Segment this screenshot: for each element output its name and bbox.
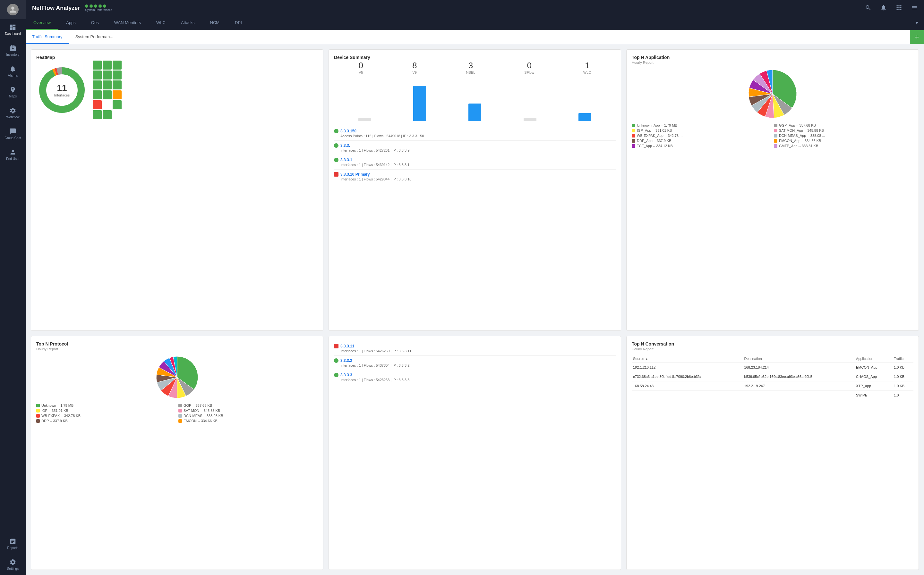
device-name[interactable]: 3.3.3.	[340, 143, 350, 148]
device-entry-header: 3.3.3.3	[334, 373, 616, 377]
legend-dot	[178, 414, 182, 418]
sidebar-item-groupchat[interactable]: Group Chat	[0, 123, 25, 144]
sidebar-item-settings[interactable]: Settings	[0, 554, 25, 575]
search-icon[interactable]	[865, 5, 871, 12]
sidebar-item-inventory[interactable]: Inventory	[0, 40, 25, 61]
device-name[interactable]: 3.3.3.150	[340, 129, 357, 133]
conv-dest: 168.23.184.214	[743, 363, 855, 372]
device-list-card: 3.3.3.11 Interfaces : 1 | Flows : 542626…	[328, 336, 621, 570]
nav-tab-dpi[interactable]: DPI	[227, 16, 250, 30]
device-status-dot	[334, 172, 338, 176]
sidebar-item-groupchat-label: Group Chat	[5, 136, 21, 140]
conv-source: 192.1.210.112	[632, 363, 743, 372]
nav-tab-attacks[interactable]: Attacks	[173, 16, 202, 30]
device-stat-label: SFlow	[524, 70, 534, 75]
topn-conv-subtitle: Hourly Report	[632, 347, 913, 351]
conv-dest: 192.2.19.247	[743, 381, 855, 391]
status-dot-2	[89, 5, 93, 8]
hm-cell	[113, 81, 122, 89]
device-name[interactable]: 3.3.3.11	[340, 344, 354, 348]
avatar[interactable]	[7, 4, 19, 15]
nav-tab-wan[interactable]: WAN Monitors	[107, 16, 148, 30]
legend-dot	[774, 134, 777, 138]
legend-item: TCF_App -- 334.12 KB	[632, 144, 771, 148]
legend-dot	[774, 124, 777, 127]
dev-bar-wrap	[561, 79, 609, 121]
topn-conv-title: Top N Conversation	[632, 342, 913, 346]
legend-label: WB-EXPAK_App -- 342.78 ...	[637, 133, 682, 138]
sub-tab-traffic[interactable]: Traffic Summary	[25, 30, 69, 44]
device-stat-label: V5	[359, 70, 363, 75]
sidebar-item-maps-label: Maps	[9, 95, 17, 98]
nav-tab-apps[interactable]: Apps	[58, 16, 83, 30]
legend-label: DCN-MEAS -- 338.08 KB	[183, 414, 223, 418]
nav-tab-overview[interactable]: Overview	[25, 16, 58, 30]
legend-dot	[36, 419, 40, 423]
legend-item: GGP_App -- 357.68 KB	[774, 123, 913, 127]
topn-app-title: Top N Application	[632, 55, 913, 60]
legend-dot	[632, 129, 635, 132]
content-area: HeatMap 11 Interfaces	[25, 44, 924, 575]
sidebar-item-enduser[interactable]: End User	[0, 144, 25, 165]
conv-app: SWIPE_	[855, 391, 892, 400]
hm-cell	[93, 60, 102, 70]
legend-dot	[774, 129, 777, 132]
legend-item: WB-EXPAK_App -- 342.78 ...	[632, 133, 771, 138]
device-entry-header: 3.3.3.10 Primary	[334, 172, 616, 176]
conv-traffic: 1.0 KB	[892, 381, 913, 391]
topn-app-pie	[632, 68, 913, 119]
legend-dot	[178, 419, 182, 423]
nav-tab-wlc[interactable]: WLC	[148, 16, 173, 30]
device-name[interactable]: 3.3.3.2	[340, 358, 352, 363]
conv-source: 168.58.24.48	[632, 381, 743, 391]
device-name[interactable]: 3.3.3.1	[340, 158, 352, 162]
nav-tab-qos[interactable]: Qos	[83, 16, 107, 30]
device-meta: Interfaces : 1 | Flows : 5426260 | IP : …	[334, 349, 616, 353]
device-stat-num: 1	[583, 60, 591, 70]
main-content: NetFlow Analyzer System Performance Ov	[25, 0, 924, 575]
legend-dot	[774, 144, 777, 148]
status-label: System Performance	[85, 8, 112, 11]
bell-icon[interactable]	[880, 5, 887, 12]
menu-icon[interactable]	[911, 5, 918, 12]
legend-item: WB-EXPAK -- 342.78 KB	[36, 414, 176, 418]
device-meta: Access Points : 115 | Flows : 5449018 | …	[334, 134, 616, 138]
conv-col-source[interactable]: Source ▲	[632, 355, 743, 363]
sidebar-item-workflow-label: Workflow	[6, 115, 19, 119]
device-stat-num: 8	[412, 60, 417, 70]
app-title: NetFlow Analyzer	[32, 5, 80, 11]
dev-bar	[413, 86, 426, 121]
heatmap-grid	[93, 60, 122, 119]
heatmap-body: 11 Interfaces	[36, 60, 318, 119]
device-name[interactable]: 3.3.3.10 Primary	[340, 172, 370, 176]
topn-proto-subtitle: Hourly Report	[36, 347, 318, 351]
legend-item: DDP -- 337.9 KB	[36, 419, 176, 423]
topn-proto-pie	[36, 355, 318, 400]
sub-tab-sysperf[interactable]: System Performan...	[69, 30, 119, 44]
sidebar-item-reports[interactable]: Reports	[0, 533, 25, 554]
device-entry-header: 3.3.3.1	[334, 158, 616, 162]
hm-cell	[113, 100, 122, 109]
topn-app-pie-svg	[747, 68, 798, 119]
sidebar-item-alarms[interactable]: Alarms	[0, 61, 25, 82]
device-stat-label: NSEL	[466, 70, 475, 75]
legend-item: GGP -- 357.68 KB	[178, 403, 318, 407]
legend-label: GGP -- 357.68 KB	[183, 403, 212, 407]
nav-tab-ncm[interactable]: NCM	[202, 16, 228, 30]
topbar: NetFlow Analyzer System Performance	[25, 0, 924, 16]
sidebar-item-workflow[interactable]: Workflow	[0, 103, 25, 123]
sidebar-item-dashboard[interactable]: Dashboard	[0, 19, 25, 40]
subtab-add-button[interactable]: +	[910, 30, 924, 44]
legend-label: DCN-MEAS_App -- 338.08 ...	[779, 133, 825, 138]
hm-cell	[113, 110, 122, 119]
hm-cell	[93, 70, 102, 79]
legend-item: Unknown_App -- 1.79 MB	[632, 123, 771, 127]
sidebar-item-maps[interactable]: Maps	[0, 82, 25, 103]
conv-dest: b539:65cf:b62e:169c:83ee:a93e:c36a:90b5	[743, 372, 855, 381]
legend-dot	[36, 409, 40, 413]
legend-item: SAT-MON_App -- 345.88 KB	[774, 129, 913, 132]
hm-cell	[113, 60, 122, 70]
device-name[interactable]: 3.3.3.3	[340, 373, 352, 377]
grid-icon[interactable]	[896, 5, 902, 12]
nav-tab-more[interactable]: ▼	[910, 16, 924, 30]
